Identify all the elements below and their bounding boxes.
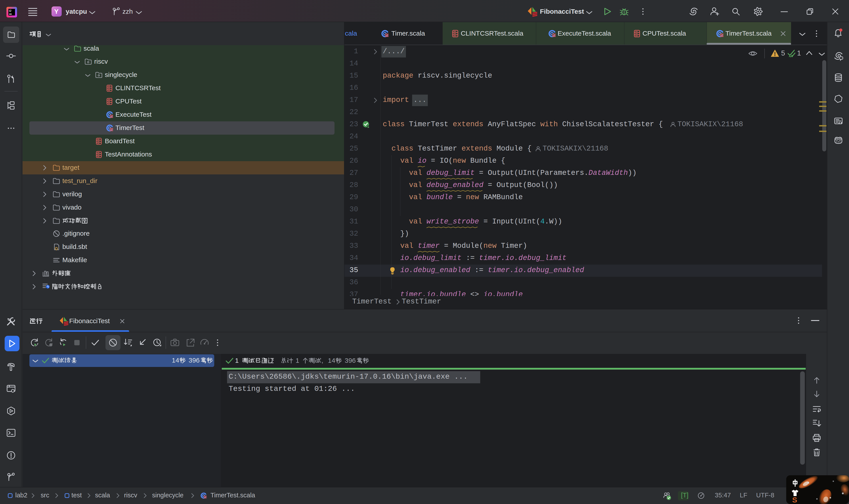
svg-text:IJ: IJ xyxy=(9,9,11,12)
